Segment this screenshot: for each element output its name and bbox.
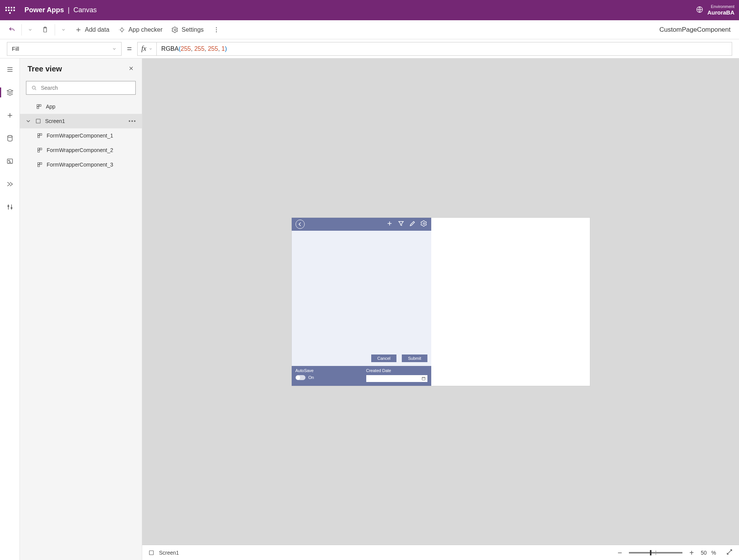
environment-label: Environment [707,4,734,9]
svg-rect-17 [36,119,41,123]
autosave-label: AutoSave [296,368,314,373]
equals-sign: = [127,44,132,54]
environment-name: AuroraBA [707,9,734,16]
tree-item-label: FormWrapperComponent_1 [47,133,113,139]
gear-icon[interactable] [421,220,427,228]
svg-point-13 [32,86,35,89]
advanced-tools-icon[interactable] [2,201,18,214]
insert-icon[interactable] [2,109,18,122]
globe-icon [696,6,703,15]
svg-rect-28 [422,377,425,380]
autosave-state: On [309,375,314,380]
power-automate-icon[interactable] [2,178,18,191]
media-icon[interactable] [2,155,18,168]
tree-view-panel: Tree view App [20,58,142,560]
svg-rect-15 [39,105,41,107]
status-bar: Screen1 − + 50 % [142,545,739,560]
svg-point-10 [8,160,10,161]
close-icon[interactable] [128,65,134,73]
tree-list: App Screen1 ••• FormWrapperComponent_1 F… [20,99,142,560]
fx-button[interactable]: fx [137,42,157,56]
svg-rect-19 [40,134,42,136]
formula-fn: RGBA [161,45,179,52]
svg-rect-14 [37,105,39,107]
tree-item-component[interactable]: FormWrapperComponent_1 [20,128,142,143]
component-icon [37,147,43,153]
filter-icon[interactable] [398,220,404,228]
tree-view-title: Tree view [28,65,62,73]
back-icon[interactable] [296,220,305,229]
app-checker-label: App checker [128,26,162,33]
tree-item-label: FormWrapperComponent_2 [47,147,113,153]
tree-item-app[interactable]: App [20,99,142,114]
svg-point-5 [216,27,217,28]
svg-point-7 [216,31,217,32]
zoom-in-button[interactable]: + [687,549,696,557]
undo-dropdown[interactable] [23,20,37,39]
app-header: Power Apps | Canvas Environment AuroraBA [0,0,739,20]
paste-button[interactable] [37,20,53,39]
svg-point-8 [8,136,12,138]
environment-picker[interactable]: Environment AuroraBA [696,4,734,16]
command-bar: Add data App checker Settings CustomPage… [0,20,739,39]
canvas-area: Cancel Submit AutoSave On [142,58,739,560]
left-rail [0,58,20,560]
search-input[interactable] [26,81,136,95]
svg-rect-18 [38,134,40,136]
zoom-value: 50 [701,550,707,556]
submit-button[interactable]: Submit [402,354,427,362]
property-selector[interactable]: Fill [7,42,122,56]
formula-input[interactable]: RGBA(255, 255, 255, 1) [157,42,732,56]
app-checker-button[interactable]: App checker [114,20,167,39]
waffle-icon[interactable] [5,5,15,16]
paste-dropdown[interactable] [57,20,70,39]
zoom-out-button[interactable]: − [616,549,625,557]
tree-item-component[interactable]: FormWrapperComponent_2 [20,143,142,157]
fullscreen-icon[interactable] [726,549,733,557]
separator: | [68,6,70,14]
zoom-slider[interactable] [629,552,682,554]
add-data-label: Add data [85,26,109,33]
undo-button[interactable] [4,20,20,39]
svg-rect-20 [38,136,40,138]
tree-item-component[interactable]: FormWrapperComponent_3 [20,157,142,172]
created-date-label: Created Date [366,368,427,373]
more-button[interactable] [208,20,224,39]
component-icon [37,133,43,139]
app-name: CustomPageComponent [659,26,735,34]
created-date-input[interactable] [366,375,427,382]
add-data-button[interactable]: Add data [70,20,114,39]
svg-point-27 [423,222,425,224]
svg-rect-16 [37,107,39,109]
plus-icon[interactable] [386,220,393,228]
svg-rect-25 [40,163,42,165]
svg-rect-23 [38,151,40,152]
svg-point-4 [174,29,176,31]
form-body: Cancel Submit [292,231,431,366]
product-name: Power Apps [24,6,64,14]
tree-item-label: App [46,104,55,110]
svg-rect-22 [40,148,42,150]
tree-view-icon[interactable] [2,86,18,99]
autosave-toggle[interactable] [296,375,305,380]
svg-point-3 [120,28,123,31]
tree-item-screen1[interactable]: Screen1 ••• [20,114,142,128]
chevron-down-icon[interactable] [25,118,31,124]
tree-item-label: Screen1 [45,118,65,124]
settings-label: Settings [182,26,204,33]
property-name: Fill [12,45,19,52]
hamburger-icon[interactable] [2,63,18,76]
data-icon[interactable] [2,132,18,145]
tree-item-label: FormWrapperComponent_3 [47,162,113,168]
formula-bar: Fill = fx RGBA(255, 255, 255, 1) [0,39,739,58]
form-footer: AutoSave On Created Date [292,366,431,386]
edit-icon[interactable] [409,220,416,228]
more-icon[interactable]: ••• [128,118,136,124]
form-header [292,218,431,231]
cancel-button[interactable]: Cancel [371,354,396,362]
svg-rect-21 [38,148,40,150]
settings-button[interactable]: Settings [167,20,208,39]
status-screen-label: Screen1 [159,550,179,556]
search-field[interactable] [41,85,131,91]
artboard[interactable]: Cancel Submit AutoSave On [292,218,590,386]
